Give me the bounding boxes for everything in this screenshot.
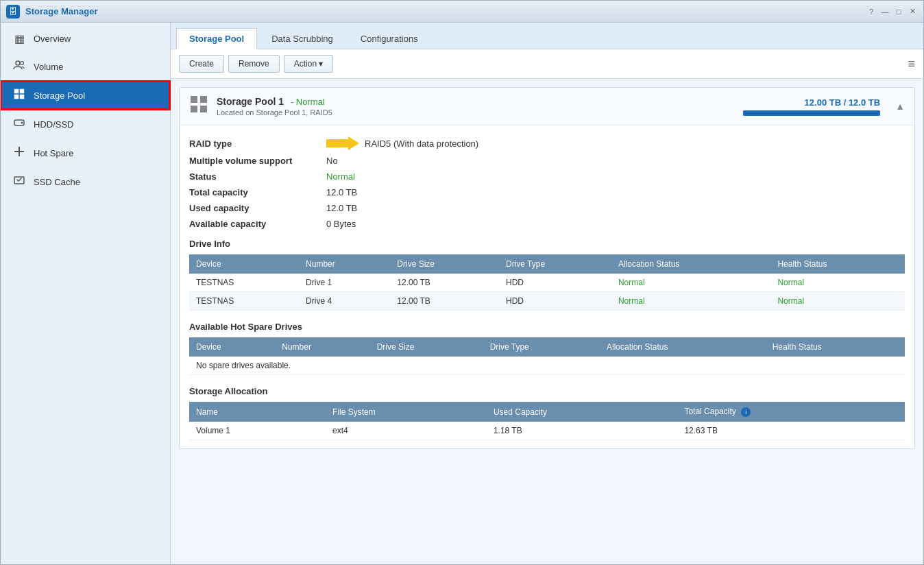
sidebar-label-volume: Volume xyxy=(34,62,63,72)
drive-info-table: Device Number Drive Size Drive Type Allo… xyxy=(189,254,905,311)
content-area: Storage Pool Data Scrubbing Configuratio… xyxy=(171,23,923,564)
hot-spare-icon xyxy=(12,145,27,160)
sidebar-label-ssd-cache: SSD Cache xyxy=(34,177,80,187)
pool-content: Storage Pool 1 - Normal Located on Stora… xyxy=(171,79,923,564)
svg-point-7 xyxy=(21,122,23,124)
cell-health: Normal xyxy=(770,292,905,311)
cell-number: Drive 1 xyxy=(299,274,390,292)
toolbar: Create Remove Action ▾ ≡ xyxy=(171,49,923,79)
pool-header: Storage Pool 1 - Normal Located on Stora… xyxy=(180,88,914,125)
sidebar-item-hdd-ssd[interactable]: HDD/SSD xyxy=(1,110,170,139)
help-button[interactable]: ? xyxy=(866,6,877,17)
sa-col-name: Name xyxy=(189,402,326,422)
svg-rect-3 xyxy=(20,89,24,93)
application-window: 🗄 Storage Manager ? — □ ✕ ▦ Overview Vol… xyxy=(0,0,924,565)
sidebar-item-overview[interactable]: ▦ Overview xyxy=(1,25,170,52)
sa-col-total: Total Capacity i xyxy=(677,402,905,422)
pool-capacity-area: 12.00 TB / 12.0 TB xyxy=(743,97,880,116)
cell-type: HDD xyxy=(499,274,611,292)
pool-grid-icon xyxy=(189,95,208,118)
cell-alloc: Normal xyxy=(611,274,770,292)
tab-storage-pool[interactable]: Storage Pool xyxy=(176,28,257,49)
storage-alloc-title: Storage Allocation xyxy=(189,386,905,396)
action-button[interactable]: Action ▾ xyxy=(284,55,334,73)
col-number: Number xyxy=(299,254,390,274)
sa-cell-fs: ext4 xyxy=(326,422,487,440)
pool-capacity-fill xyxy=(743,110,880,116)
window-title: Storage Manager xyxy=(25,6,97,16)
svg-rect-11 xyxy=(191,96,197,103)
title-bar-controls: ? — □ ✕ xyxy=(866,6,918,17)
cell-device: TESTNAS xyxy=(189,292,299,311)
svg-rect-13 xyxy=(191,106,197,112)
col-device: Device xyxy=(189,254,299,274)
detail-row-status: Status Normal xyxy=(189,169,905,184)
arrow-shaft xyxy=(326,139,348,147)
sa-cell-total: 12.63 TB xyxy=(677,422,905,440)
title-bar: 🗄 Storage Manager ? — □ ✕ xyxy=(1,1,923,23)
hs-col-alloc: Allocation Status xyxy=(600,337,766,357)
cell-type: HDD xyxy=(499,292,611,311)
pool-details: RAID type RAID5 (With data protection) M… xyxy=(180,125,914,448)
pool-card: Storage Pool 1 - Normal Located on Stora… xyxy=(179,87,915,449)
toolbar-left: Create Remove Action ▾ xyxy=(179,55,333,73)
hot-spare-table: Device Number Drive Size Drive Type Allo… xyxy=(189,337,905,375)
pool-title: Storage Pool 1 - Normal xyxy=(217,96,735,107)
ssd-cache-icon xyxy=(12,174,27,189)
col-drive-type: Drive Type xyxy=(499,254,611,274)
overview-icon: ▦ xyxy=(12,32,27,45)
tab-data-scrubbing[interactable]: Data Scrubbing xyxy=(258,28,346,49)
hs-col-device: Device xyxy=(189,337,275,357)
detail-row-available-capacity: Available capacity 0 Bytes xyxy=(189,216,905,232)
sidebar-item-hot-spare[interactable]: Hot Spare xyxy=(1,139,170,167)
svg-rect-9 xyxy=(14,151,24,152)
view-toggle-icon[interactable]: ≡ xyxy=(908,57,915,71)
svg-rect-14 xyxy=(200,106,207,112)
minimize-button[interactable]: — xyxy=(879,6,890,17)
sidebar-item-ssd-cache[interactable]: SSD Cache xyxy=(1,167,170,196)
col-health-status: Health Status xyxy=(770,254,905,274)
tab-configurations[interactable]: Configurations xyxy=(348,28,431,49)
pool-capacity-bar xyxy=(743,110,880,116)
svg-point-1 xyxy=(21,62,24,65)
hs-col-health: Health Status xyxy=(766,337,905,357)
cell-number: Drive 4 xyxy=(299,292,390,311)
app-icon: 🗄 xyxy=(6,5,20,19)
sidebar-item-volume[interactable]: Volume xyxy=(1,52,170,81)
main-layout: ▦ Overview Volume Storage Pool HDD/SSD xyxy=(1,23,923,564)
sidebar: ▦ Overview Volume Storage Pool HDD/SSD xyxy=(1,23,171,564)
svg-rect-2 xyxy=(14,89,19,93)
storage-allocation-table: Name File System Used Capacity Total Cap… xyxy=(189,402,905,440)
hs-col-type: Drive Type xyxy=(483,337,600,357)
table-row-no-data: No spare drives available. xyxy=(189,357,905,375)
pool-collapse-button[interactable]: ▲ xyxy=(895,101,905,112)
title-bar-left: 🗄 Storage Manager xyxy=(6,5,97,19)
col-alloc-status: Allocation Status xyxy=(611,254,770,274)
close-button[interactable]: ✕ xyxy=(907,6,918,17)
remove-button[interactable]: Remove xyxy=(228,55,280,73)
cell-device: TESTNAS xyxy=(189,274,299,292)
no-spare-message: No spare drives available. xyxy=(189,357,905,375)
sidebar-label-overview: Overview xyxy=(34,34,71,44)
hot-spare-title: Available Hot Spare Drives xyxy=(189,322,905,332)
volume-icon xyxy=(12,59,27,74)
sa-col-used: Used Capacity xyxy=(487,402,678,422)
hs-col-size: Drive Size xyxy=(370,337,483,357)
detail-row-used-capacity: Used capacity 12.0 TB xyxy=(189,200,905,216)
create-button[interactable]: Create xyxy=(179,55,224,73)
detail-row-total-capacity: Total capacity 12.0 TB xyxy=(189,184,905,200)
cell-health: Normal xyxy=(770,274,905,292)
svg-point-0 xyxy=(16,61,20,65)
maximize-button[interactable]: □ xyxy=(893,6,904,17)
drive-info-title: Drive Info xyxy=(189,239,905,249)
total-capacity-info-icon[interactable]: i xyxy=(741,407,751,417)
cell-size: 12.00 TB xyxy=(390,292,499,311)
tab-bar: Storage Pool Data Scrubbing Configuratio… xyxy=(171,23,923,49)
detail-row-multiple-volume: Multiple volume support No xyxy=(189,153,905,169)
sidebar-item-storage-pool[interactable]: Storage Pool xyxy=(1,81,170,110)
annotation-arrow xyxy=(326,136,359,150)
pool-capacity-text: 12.00 TB / 12.0 TB xyxy=(743,97,880,108)
table-row: TESTNAS Drive 1 12.00 TB HDD Normal Norm… xyxy=(189,274,905,292)
cell-size: 12.00 TB xyxy=(390,274,499,292)
storage-pool-icon xyxy=(12,88,27,103)
